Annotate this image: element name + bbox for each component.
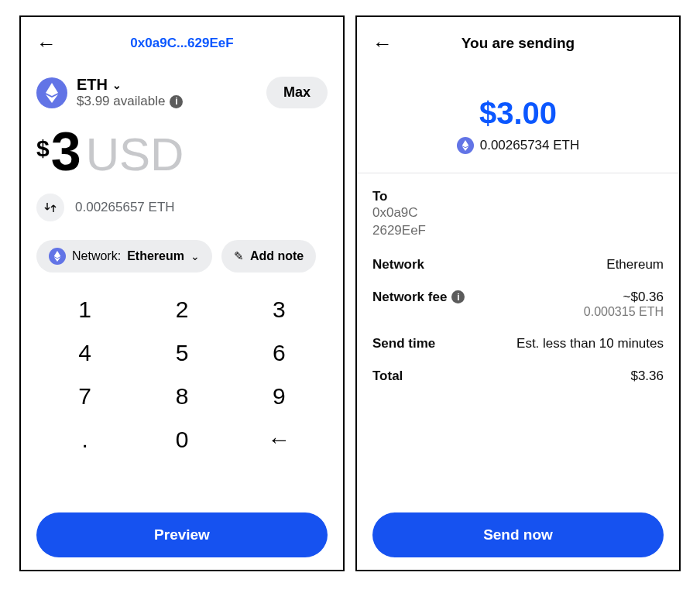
key-4[interactable]: 4 <box>36 331 133 375</box>
topbar: ← 0x0a9C...629EeF <box>36 29 328 57</box>
page-title: You are sending <box>393 35 643 52</box>
available-balance: $3.99 available <box>77 94 165 109</box>
to-line2: 2629EeF <box>372 222 664 240</box>
key-backspace[interactable]: ← <box>231 418 328 461</box>
currency-symbol: $ <box>36 135 50 162</box>
asset-info: ETH ⌄ $3.99 available i <box>77 76 257 109</box>
preview-button[interactable]: Preview <box>36 512 328 557</box>
eth-icon <box>36 77 67 108</box>
to-line1: 0x0a9C <box>372 204 664 222</box>
eth-icon <box>49 248 66 265</box>
to-label: To <box>372 189 664 204</box>
key-dot[interactable]: . <box>36 418 133 461</box>
send-amount-screen: ← 0x0a9C...629EeF ETH ⌄ $3.99 available … <box>19 15 345 571</box>
add-note-label: Add note <box>250 249 304 263</box>
key-7[interactable]: 7 <box>36 375 133 418</box>
options-row: Network: Ethereum ⌄ ✎ Add note <box>36 240 328 273</box>
converted-amount: 0.00265657 ETH <box>75 200 175 215</box>
chevron-down-icon[interactable]: ⌄ <box>112 79 122 91</box>
info-icon[interactable]: i <box>170 95 183 108</box>
total-value: $3.36 <box>630 368 664 384</box>
topbar: ← You are sending <box>372 29 664 57</box>
transaction-details: To 0x0a9C 2629EeF Network Ethereum Netwo… <box>372 189 664 384</box>
info-icon[interactable]: i <box>451 290 465 303</box>
send-amount-usd: $3.00 <box>479 96 557 131</box>
asset-symbol[interactable]: ETH <box>77 76 108 94</box>
eth-icon <box>457 137 474 154</box>
key-1[interactable]: 1 <box>36 288 133 331</box>
divider <box>357 173 679 173</box>
asset-row: ETH ⌄ $3.99 available i Max <box>36 76 328 109</box>
fee-label: Network fee <box>372 290 447 305</box>
back-icon[interactable]: ← <box>372 32 393 56</box>
send-amount-eth: 0.00265734 ETH <box>480 138 580 153</box>
sendtime-label: Send time <box>372 336 435 351</box>
key-5[interactable]: 5 <box>133 331 230 375</box>
send-summary: $3.00 0.00265734 ETH <box>372 96 664 154</box>
max-button[interactable]: Max <box>266 77 328 108</box>
chevron-down-icon: ⌄ <box>190 250 200 262</box>
converted-row: 0.00265657 ETH <box>36 194 328 221</box>
keypad: 1 2 3 4 5 6 7 8 9 . 0 ← <box>36 288 328 461</box>
key-9[interactable]: 9 <box>231 375 328 418</box>
network-selector[interactable]: Network: Ethereum ⌄ <box>36 240 212 273</box>
key-0[interactable]: 0 <box>133 418 230 461</box>
amount-unit: USD <box>86 128 184 181</box>
network-prefix: Network: <box>72 249 121 263</box>
send-now-button[interactable]: Send now <box>372 512 664 557</box>
recipient-address[interactable]: 0x0a9C...629EeF <box>36 36 328 51</box>
total-label: Total <box>372 368 403 384</box>
network-value: Ethereum <box>127 249 184 263</box>
amount-display: $ 3 USD <box>36 125 328 181</box>
network-label: Network <box>372 257 424 273</box>
pencil-icon: ✎ <box>234 249 244 263</box>
key-6[interactable]: 6 <box>231 331 328 375</box>
key-8[interactable]: 8 <box>133 375 230 418</box>
key-2[interactable]: 2 <box>133 288 230 331</box>
fee-eth: 0.000315 ETH <box>584 305 664 319</box>
swap-currency-button[interactable] <box>36 194 64 221</box>
amount-value: 3 <box>51 125 81 179</box>
fee-usd: ~$0.36 <box>584 290 664 305</box>
key-3[interactable]: 3 <box>231 288 328 331</box>
confirm-send-screen: ← You are sending $3.00 0.00265734 ETH T… <box>355 15 681 571</box>
add-note-button[interactable]: ✎ Add note <box>221 240 316 273</box>
network-value: Ethereum <box>606 257 664 273</box>
sendtime-value: Est. less than 10 minutes <box>516 336 664 351</box>
